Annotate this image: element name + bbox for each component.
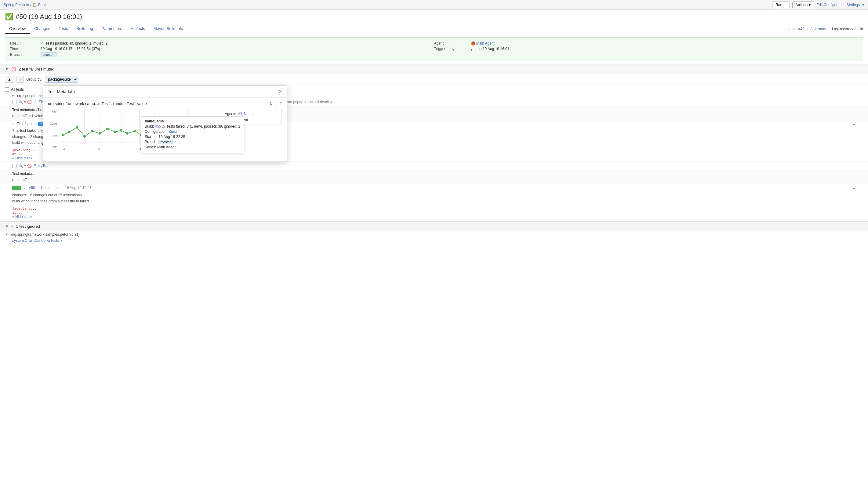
agent-row: Agent: 🍎 Main Agent: [434, 41, 858, 45]
suite-checkbox[interactable]: [5, 94, 9, 98]
test2-metadata: Test metada... randomT...: [0, 169, 868, 184]
info-cols: Result: ✓ Tests passed: 40, ignored: 1, …: [10, 41, 858, 57]
test-suite-petclinic: ▼ org.springframework.samples.petclinic …: [0, 231, 868, 238]
agent-value: 🍎 Main Agent: [471, 41, 858, 45]
svg-point-19: [120, 129, 123, 131]
test1-checkbox[interactable]: [12, 100, 16, 104]
y-label-15ms: 15ms: [48, 110, 57, 114]
svg-point-17: [106, 128, 109, 130]
info-col-right: Agent: 🍎 Main Agent Triggered by: you on…: [434, 41, 858, 57]
edit-config-button[interactable]: Edit Configuration Settings: [816, 3, 860, 7]
branch-tag: master: [41, 52, 56, 57]
muted-title: 2 test failures muted: [19, 67, 54, 71]
agents-all-link[interactable]: All: [238, 112, 242, 116]
branch-row: Branch: master: [10, 52, 434, 57]
test3-row: system.CrashControllerTests ▾: [0, 238, 868, 244]
last-recorded-text: Last recorded build: [832, 27, 863, 31]
muted-section-header[interactable]: ▼ 🚫 2 test failures muted: [0, 64, 868, 74]
actions-chevron-icon: ▾: [809, 3, 811, 7]
ignored-strikethrough-icon: ≡: [11, 224, 14, 229]
expand-all-button[interactable]: ▲: [5, 76, 14, 83]
ff-label: First failure:: [16, 122, 36, 126]
suite2-count: (1): [75, 232, 80, 237]
download-button[interactable]: ↓: [16, 76, 24, 83]
star2-icon[interactable]: ✱: [24, 164, 27, 168]
tab-tests[interactable]: Tests: [54, 24, 72, 34]
y-label-0ms: 0ms: [48, 145, 57, 149]
all-tests-checkbox[interactable]: [5, 87, 9, 91]
ff2-build-link[interactable]: #50: [29, 186, 35, 190]
test2-icons: 🔍 ✱ 🚫: [18, 164, 32, 168]
run-button[interactable]: Run ...: [772, 1, 789, 8]
tooltip-config-link[interactable]: Build: [169, 129, 177, 134]
search-icon[interactable]: 🔍: [18, 100, 23, 104]
agent-link[interactable]: Main Agent: [476, 41, 495, 45]
tab-overview[interactable]: Overview: [5, 24, 30, 34]
flaky2-line1: changes: 16 changes out of 35 invocation…: [12, 192, 856, 198]
y-label-10ms: 10ms: [48, 122, 57, 125]
result-label: Result:: [10, 41, 41, 45]
actions-button[interactable]: Actions ▾: [792, 1, 814, 8]
test2-checkbox[interactable]: [12, 164, 16, 168]
svg-point-11: [62, 134, 65, 136]
prev-build-link[interactable]: #49: [798, 27, 805, 31]
refresh-icon[interactable]: ↻: [269, 101, 273, 106]
muted-test-icon[interactable]: 🚫: [27, 100, 32, 104]
tooltip-branch: Branch: master: [145, 140, 240, 144]
modal-close-button[interactable]: ×: [279, 89, 282, 94]
page-title: #50 (19 Aug 19 16:01): [16, 13, 82, 21]
time-row: Time: 19 Aug 19 16:01:17 – 16:01:54 (37s…: [10, 47, 434, 51]
back-arrow-icon[interactable]: «: [788, 27, 791, 31]
y-label-5ms: 5ms: [48, 134, 57, 137]
nav-sep1: |: [807, 27, 808, 31]
agent-apple-icon: 🍎: [471, 41, 475, 45]
flaky2-line2: build without changes: from successful t…: [12, 198, 856, 204]
edit-dropdown-icon[interactable]: ▾: [862, 2, 864, 7]
tab-artifacts[interactable]: Artifacts: [126, 24, 149, 34]
help-modal-icon[interactable]: ?: [280, 101, 282, 106]
tooltip-branch-tag: master: [158, 140, 173, 144]
all-tests-label: All tests: [11, 87, 24, 91]
svg-point-21: [134, 130, 136, 132]
svg-text:34: 34: [61, 147, 65, 151]
ff2-check: ✓: [24, 186, 27, 190]
y-axis: 15ms 10ms 5ms 0ms: [48, 109, 59, 155]
top-bar-actions: Run ... Actions ▾ Edit Configuration Set…: [772, 1, 864, 8]
ff-help-icon[interactable]: ?: [12, 122, 14, 126]
modal-actions: ↻ ↓ ?: [269, 101, 282, 106]
ff2-expand[interactable]: ▲: [852, 186, 856, 190]
agent-label: Agent:: [434, 41, 471, 45]
search2-icon[interactable]: 🔍: [18, 164, 23, 168]
result-row: Result: ✓ Tests passed: 40, ignored: 1, …: [10, 41, 434, 45]
test2-name-link[interactable]: FlakyTe...: [33, 164, 49, 168]
breadcrumb-app[interactable]: Spring Petclinic: [4, 3, 29, 7]
star-icon[interactable]: ✱: [24, 100, 27, 104]
test3-name-link[interactable]: system.CrashControllerTests: [12, 238, 59, 243]
all-history-link[interactable]: All history: [810, 27, 826, 31]
breadcrumb-build[interactable]: Build: [38, 3, 46, 7]
tooltip-build-link[interactable]: #55: [155, 124, 161, 129]
tab-parameters[interactable]: Parameters: [97, 24, 126, 34]
test3-dropdown-icon[interactable]: ▾: [61, 238, 62, 243]
hide-stack2-link[interactable]: « Hide stack: [12, 215, 32, 219]
agents-none-link[interactable]: None: [244, 112, 253, 116]
flaky-label: This test looks flaky:: [12, 129, 45, 133]
muted2-icon[interactable]: 🚫: [27, 164, 32, 168]
hide-stack1-link[interactable]: « Hide stack: [12, 156, 32, 160]
suite-toggle-icon[interactable]: ▼: [11, 94, 15, 98]
suite2-toggle-icon[interactable]: ▼: [5, 232, 9, 237]
tab-buildlog[interactable]: Build Log: [72, 24, 97, 34]
group-by-select[interactable]: package/suite: [45, 76, 78, 83]
svg-point-16: [99, 132, 101, 134]
branch-value: master: [41, 52, 434, 57]
ignored-section-header[interactable]: ▼ ≡ 1 test ignored: [0, 221, 868, 231]
ff-expand-icon[interactable]: ▲: [852, 122, 856, 126]
modal-title: Test Metadata: [48, 89, 75, 94]
svg-point-13: [76, 126, 78, 129]
tab-mavenbuildinfo[interactable]: Maven Build Info: [149, 24, 187, 34]
tab-changes[interactable]: Changes: [30, 24, 54, 34]
svg-point-12: [68, 131, 71, 133]
ignored-toggle-icon: ▼: [5, 224, 9, 229]
download-modal-icon[interactable]: ↓: [275, 101, 277, 106]
tooltip-error-icon: ⚠: [162, 124, 166, 129]
